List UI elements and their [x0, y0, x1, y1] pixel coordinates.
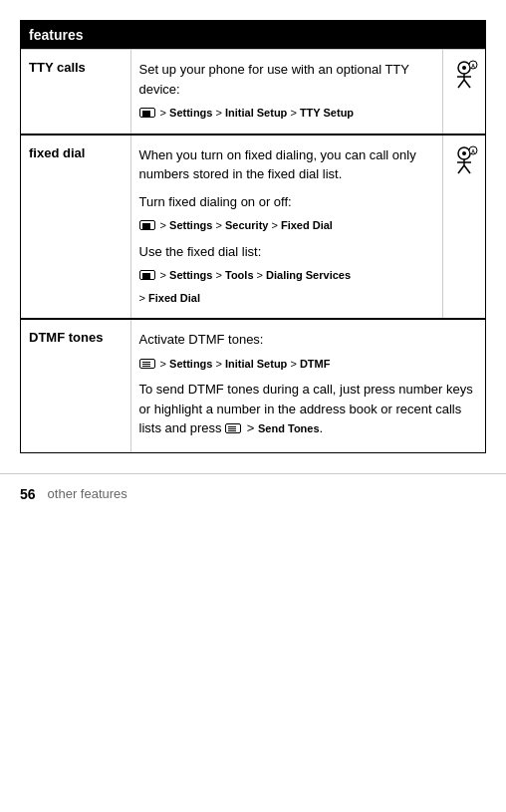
- fixed-dial-icon: A: [449, 145, 479, 175]
- feature-label-tty: TTY calls: [21, 50, 130, 135]
- path-tools: Tools: [225, 269, 254, 281]
- svg-line-12: [458, 165, 464, 173]
- menu-icon: [139, 220, 155, 230]
- footer-label: other features: [48, 486, 127, 501]
- features-table: features TTY calls Set up your phone for…: [21, 21, 485, 452]
- svg-text:A: A: [471, 148, 475, 154]
- path-sep: >: [212, 269, 225, 281]
- tty-path-line: > Settings > Initial Setup > TTY Setup: [139, 105, 435, 122]
- menu-icon: [139, 108, 155, 118]
- table-row: fixed dial When you turn on fixed dialin…: [21, 135, 485, 320]
- inline-menu-icon: [225, 423, 241, 433]
- path-sep: >: [212, 107, 225, 119]
- path-fixed-dial: Fixed Dial: [281, 219, 333, 231]
- fixed-dial-desc2: Turn fixed dialing on or off:: [139, 192, 435, 212]
- feature-desc-fixed-dial: When you turn on fixed dialing, you can …: [130, 135, 443, 320]
- dtmf-desc2: To send DTMF tones during a call, just p…: [139, 380, 478, 438]
- path-fixed-dial2: Fixed Dial: [148, 292, 200, 304]
- svg-text:A: A: [471, 63, 475, 69]
- dtmf-desc1: Activate DTMF tones:: [139, 330, 478, 350]
- path-sep: >: [212, 358, 225, 370]
- table-header-row: features: [21, 21, 485, 50]
- fixed-dial-desc1: When you turn on fixed dialing, you can …: [139, 145, 435, 184]
- path-sep: >: [212, 219, 225, 231]
- path-send-tones: Send Tones: [258, 422, 320, 434]
- svg-line-4: [458, 80, 464, 88]
- path-arrow: >: [157, 358, 170, 370]
- feature-label-dtmf: DTMF tones: [21, 319, 130, 452]
- path-settings: Settings: [169, 219, 212, 231]
- tty-icon: A: [449, 60, 479, 90]
- path-dtmf: DTMF: [300, 358, 331, 370]
- fixed-dial-icon-cell: A: [443, 135, 486, 320]
- feature-desc-dtmf: Activate DTMF tones: > Settings > Initia…: [130, 319, 485, 452]
- path-initial-setup-dtmf: Initial Setup: [225, 358, 287, 370]
- menu-icon: [139, 270, 155, 280]
- path-initial-setup: Initial Setup: [225, 107, 287, 119]
- path-settings2: Settings: [169, 269, 212, 281]
- path-sep2: >: [287, 107, 300, 119]
- tty-icon-cell: A: [443, 50, 486, 135]
- feature-label-fixed-dial: fixed dial: [21, 135, 130, 320]
- table-row: TTY calls Set up your phone for use with…: [21, 50, 485, 135]
- path-sep2: >: [287, 358, 300, 370]
- dtmf-path1: > Settings > Initial Setup > DTMF: [139, 356, 478, 373]
- path-tty-setup: TTY Setup: [300, 107, 354, 119]
- page-footer: 56 other features: [0, 473, 506, 514]
- path-dialing-services: Dialing Services: [266, 269, 351, 281]
- path-settings-dtmf: Settings: [169, 358, 212, 370]
- features-table-container: features TTY calls Set up your phone for…: [20, 20, 486, 453]
- tty-desc-text: Set up your phone for use with an option…: [139, 60, 435, 99]
- path-sep2: >: [268, 219, 281, 231]
- fixed-dial-path1: > Settings > Security > Fixed Dial: [139, 217, 435, 234]
- page-number: 56: [20, 486, 36, 502]
- page-wrapper: features TTY calls Set up your phone for…: [0, 0, 506, 812]
- svg-line-13: [464, 165, 470, 173]
- path-settings: Settings: [169, 107, 212, 119]
- path-security: Security: [225, 219, 268, 231]
- table-header-cell: features: [21, 21, 485, 50]
- path-sep2: >: [254, 269, 267, 281]
- svg-point-1: [462, 66, 466, 70]
- fixed-dial-path2-cont: > Fixed Dial: [139, 290, 435, 307]
- fixed-dial-desc3: Use the fixed dial list:: [139, 242, 435, 262]
- table-row: DTMF tones Activate DTMF tones: > Settin…: [21, 319, 485, 452]
- menu-icon: [139, 359, 155, 369]
- feature-desc-tty: Set up your phone for use with an option…: [130, 50, 443, 135]
- fixed-dial-path2: > Settings > Tools > Dialing Services: [139, 267, 435, 284]
- path-arrow: >: [157, 107, 170, 119]
- path-cont-arrow: >: [139, 292, 148, 304]
- path-arrow: >: [157, 269, 170, 281]
- path-arrow: >: [157, 219, 170, 231]
- svg-line-5: [464, 80, 470, 88]
- svg-point-9: [462, 151, 466, 155]
